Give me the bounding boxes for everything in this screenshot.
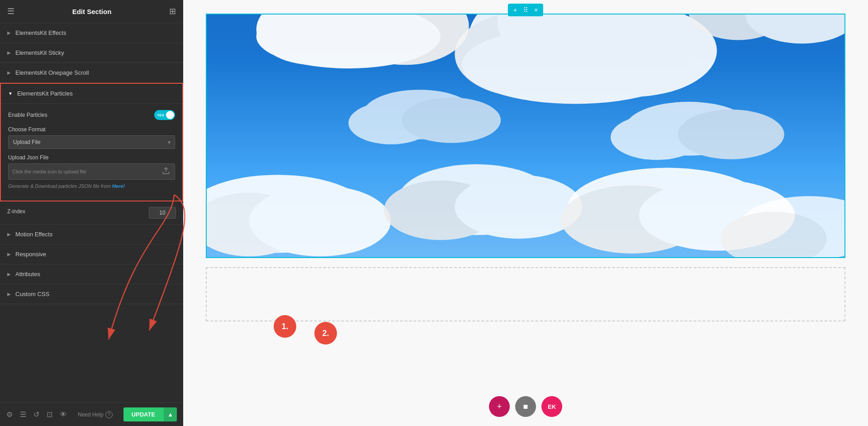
sidebar-item-responsive[interactable]: ▶ Responsive <box>0 244 183 264</box>
main-content: + ⠿ × <box>183 0 868 426</box>
arrow-icon: ▼ <box>8 91 13 96</box>
upload-icon <box>162 167 170 175</box>
toggle-label: YES <box>157 113 164 117</box>
generate-text: Generate & Download particles JSON file … <box>8 183 175 189</box>
sky-background <box>207 14 844 257</box>
toggle-knob <box>166 111 174 119</box>
arrow-icon: ▶ <box>7 252 11 257</box>
sidebar-title: Edit Section <box>72 8 112 15</box>
sidebar-item-effects[interactable]: ▶ ElementsKit Effects <box>0 23 183 43</box>
sidebar-item-label: ElementsKit Effects <box>15 29 66 36</box>
svg-point-17 <box>249 186 391 257</box>
sidebar-item-sticky[interactable]: ▶ ElementsKit Sticky <box>0 43 183 63</box>
settings-icon[interactable]: ⚙ <box>6 410 13 419</box>
image-section <box>206 14 845 258</box>
sidebar-content: ▶ ElementsKit Effects ▶ ElementsKit Stic… <box>0 23 183 426</box>
upload-input-row: Click the media icon to upload file <box>8 163 175 180</box>
plus-icon: + <box>497 402 502 412</box>
help-icon: ? <box>105 411 113 418</box>
drag-section-button[interactable]: ⠿ <box>522 5 530 14</box>
zindex-label: Z-index <box>7 208 25 215</box>
svg-point-31 <box>678 110 784 159</box>
responsive-icon[interactable]: ⊡ <box>47 410 52 419</box>
enable-particles-toggle[interactable]: YES <box>154 110 175 120</box>
sidebar-item-attributes[interactable]: ▶ Attributes <box>0 264 183 284</box>
sidebar-item-label: Responsive <box>15 251 46 258</box>
sidebar-footer: ⚙ ☰ ↺ ⊡ 👁 Need Help ? UPDATE ▲ <box>0 402 183 426</box>
sidebar-item-label: Motion Effects <box>15 231 52 238</box>
enable-particles-row: Enable Particles YES <box>8 110 175 120</box>
particles-section: ▼ ElementsKit Particles Enable Particles… <box>0 83 183 201</box>
arrow-icon: ▶ <box>7 232 11 237</box>
update-dropdown-button[interactable]: ▲ <box>163 407 177 421</box>
section-toolbar: + ⠿ × <box>508 4 543 16</box>
clouds-svg <box>207 14 844 257</box>
ek-label: EK <box>548 403 556 410</box>
sidebar-header: ☰ Edit Section ⊞ <box>0 0 183 23</box>
close-section-button[interactable]: × <box>532 5 540 14</box>
update-button[interactable]: UPDATE <box>123 407 163 421</box>
need-help[interactable]: Need Help ? <box>78 411 113 418</box>
svg-point-28 <box>402 97 501 143</box>
sidebar-item-onepage[interactable]: ▶ ElementsKit Onepage Scroll <box>0 63 183 83</box>
sidebar-item-custom-css[interactable]: ▶ Custom CSS <box>0 284 183 304</box>
sidebar-item-label: ElementsKit Onepage Scroll <box>15 69 89 76</box>
particles-body: Enable Particles YES Choose Format Uploa… <box>1 104 182 201</box>
generate-link[interactable]: Here! <box>112 183 125 189</box>
format-select[interactable]: Upload File Inline JSON <box>8 135 175 149</box>
history-icon[interactable]: ↺ <box>33 410 39 419</box>
arrow-icon: ▶ <box>7 292 11 297</box>
add-section-button[interactable]: + <box>512 5 519 14</box>
sidebar: ☰ Edit Section ⊞ ▶ ElementsKit Effects ▶… <box>0 0 183 426</box>
layers-icon[interactable]: ☰ <box>20 410 26 419</box>
annotation-2: 2. <box>314 322 337 345</box>
arrow-icon: ▶ <box>7 50 11 55</box>
fab-add-button[interactable]: + <box>489 396 510 417</box>
fab-ek-button[interactable]: EK <box>541 396 562 417</box>
zindex-input[interactable] <box>149 207 176 219</box>
sidebar-item-label: Custom CSS <box>15 291 49 297</box>
arrow-icon: ▶ <box>7 70 11 75</box>
sidebar-item-particles[interactable]: ▼ ElementsKit Particles <box>1 84 182 104</box>
arrow-icon: ▶ <box>7 30 11 35</box>
fab-stop-button[interactable]: ■ <box>515 396 536 417</box>
update-btn-group: UPDATE ▲ <box>123 407 177 421</box>
arrow-icon: ▶ <box>7 272 11 277</box>
format-select-wrapper: Upload File Inline JSON ▼ <box>8 135 175 149</box>
stop-icon: ■ <box>523 402 528 412</box>
upload-media-button[interactable] <box>161 167 171 177</box>
enable-particles-label: Enable Particles <box>8 112 47 118</box>
svg-point-20 <box>455 175 582 239</box>
upload-json-section: Upload Json File Click the media icon to… <box>8 154 175 189</box>
sidebar-item-label: ElementsKit Sticky <box>15 49 64 56</box>
need-help-text: Need Help <box>78 412 104 418</box>
bottom-dashed-section <box>206 267 845 321</box>
sidebar-item-label: ElementsKit Particles <box>17 90 73 97</box>
upload-placeholder-text: Click the media icon to upload file <box>12 169 161 174</box>
hamburger-icon[interactable]: ☰ <box>7 6 14 16</box>
sidebar-item-motion[interactable]: ▶ Motion Effects <box>0 225 183 244</box>
choose-format-label: Choose Format <box>8 126 175 133</box>
footer-icons: ⚙ ☰ ↺ ⊡ 👁 <box>6 410 67 419</box>
sidebar-item-label: Attributes <box>15 271 40 278</box>
grid-icon[interactable]: ⊞ <box>169 6 176 16</box>
zindex-row: Z-index <box>0 201 183 225</box>
choose-format-row: Choose Format Upload File Inline JSON ▼ <box>8 126 175 149</box>
preview-icon[interactable]: 👁 <box>60 411 67 419</box>
floating-action-buttons: + ■ EK <box>489 396 562 417</box>
upload-json-label: Upload Json File <box>8 154 175 161</box>
